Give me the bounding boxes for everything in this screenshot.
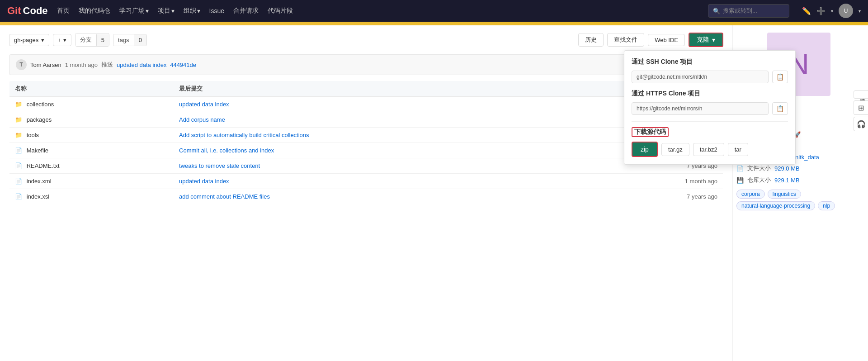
file-icon: 📁 [15, 116, 22, 123]
logo-git-text: Git [7, 5, 21, 17]
headphone-button[interactable]: 🎧 [854, 117, 868, 131]
qr-code-button[interactable]: ⊞ [854, 100, 868, 115]
repo-icon: 💾 [736, 177, 744, 184]
file-name-link[interactable]: index.xml [27, 178, 52, 185]
edit-icon[interactable]: ✏️ [802, 7, 811, 15]
tags-row: corporalinguisticsnatural-language-proce… [736, 190, 861, 210]
repo-size-label: 仓库大小 [747, 176, 771, 184]
commit-link[interactable]: Add script to automatically build critic… [179, 132, 309, 138]
main-layout: gh-pages ▾ + ▾ 分支 5 tags 0 历史 查找文件 Web I… [0, 25, 868, 361]
ssh-copy-button[interactable]: 📋 [772, 71, 788, 83]
download-tar-bz2-button[interactable]: tar.bz2 [693, 143, 724, 156]
logo-code-text: Code [23, 5, 48, 17]
plus-icon[interactable]: ➕ [816, 7, 826, 15]
nav-merge[interactable]: 合并请求 [233, 7, 259, 15]
file-icon: 📄 [736, 165, 744, 172]
table-row: 📁 collections updated data index [9, 97, 723, 112]
tags-label: tags [113, 34, 134, 46]
download-zip-button[interactable]: zip [632, 142, 658, 157]
user-avatar[interactable]: U [839, 4, 853, 18]
table-row: 📄 index.xml updated data index 1 month a… [9, 174, 723, 189]
tags-count-badge[interactable]: tags 0 [113, 34, 147, 46]
file-name-link[interactable]: index.xsl [27, 193, 50, 200]
file-icon: 📄 [15, 162, 22, 169]
web-ide-button[interactable]: Web IDE [648, 34, 685, 46]
file-icon: 📁 [15, 101, 22, 108]
site-logo[interactable]: GitCode [7, 5, 48, 17]
table-row: 📄 Makefile Commit all, i.e. collections … [9, 143, 723, 158]
find-file-button[interactable]: 查找文件 [607, 33, 644, 47]
file-name-link[interactable]: tools [27, 132, 39, 138]
nav-snippet[interactable]: 代码片段 [268, 7, 293, 15]
branch-name: gh-pages [14, 37, 38, 43]
https-clone-title: 通过 HTTPS Clone 项目 [632, 90, 788, 98]
nav-issue[interactable]: Issue [209, 7, 224, 14]
file-icon: 📄 [15, 178, 22, 185]
col-name: 名称 [9, 81, 174, 97]
avatar-dropdown-icon[interactable]: ▾ [859, 9, 861, 14]
plus-arrow-icon[interactable]: ▾ [831, 9, 833, 14]
repo-size-value: 929.1 MB [774, 177, 800, 184]
table-row: 📁 tools Add script to automatically buil… [9, 128, 723, 143]
nav-myrepo[interactable]: 我的代码仓 [79, 7, 110, 15]
download-title-text: 下载源代码 [632, 127, 669, 137]
file-name-link[interactable]: packages [27, 116, 52, 123]
tag-badge[interactable]: nlp [818, 201, 835, 210]
tags-count: 0 [134, 34, 146, 46]
add-icon: + [58, 37, 61, 43]
branch-count-badge[interactable]: 分支 5 [75, 33, 109, 47]
branch-count: 5 [96, 34, 109, 46]
left-content: gh-pages ▾ + ▾ 分支 5 tags 0 历史 查找文件 Web I… [0, 25, 732, 361]
yellow-banner [0, 22, 868, 25]
table-row: 📁 packages Add corpus name [9, 112, 723, 128]
commit-time: 1 month ago [65, 62, 98, 68]
nav-home[interactable]: 首页 [57, 7, 70, 15]
nav-learning[interactable]: 学习广场 ▾ [119, 7, 149, 15]
tag-badge[interactable]: linguistics [768, 190, 801, 199]
branch-dropdown-icon: ▾ [41, 37, 44, 43]
commit-link[interactable]: tweaks to remove stale content [179, 162, 260, 169]
tag-badge[interactable]: natural-language-processing [736, 201, 815, 210]
add-dropdown-icon: ▾ [63, 37, 66, 43]
clone-button[interactable]: 克隆 ▾ [689, 33, 723, 47]
file-name-link[interactable]: collections [27, 101, 54, 108]
clone-label: 克隆 [697, 36, 709, 44]
commit-message-link[interactable]: updated data index 444941de [117, 62, 196, 68]
https-url-input[interactable]: https://gitcode.net/mirrors/n [632, 102, 769, 115]
history-button[interactable]: 历史 [578, 33, 604, 47]
tag-badge[interactable]: corpora [736, 190, 765, 199]
add-button[interactable]: + ▾ [53, 34, 71, 46]
time-cell: 7 years ago [590, 189, 723, 204]
download-tar-button[interactable]: tar [728, 143, 748, 156]
branch-selector[interactable]: gh-pages ▾ [9, 34, 49, 46]
file-size-value: 929.0 MB [774, 165, 800, 172]
commit-link[interactable]: add comment about README files [179, 193, 270, 200]
commit-author: Tom Aarsen [30, 62, 61, 68]
commit-link[interactable]: Commit all, i.e. collections and index [179, 147, 274, 154]
ssh-input-row: git@gitcode.net:mirrors/nltk/n 📋 [632, 71, 788, 83]
file-name-link[interactable]: Makefile [27, 147, 48, 154]
nav-org[interactable]: 组织 ▾ [184, 7, 200, 15]
repo-size-row: 💾 仓库大小 929.1 MB [736, 176, 861, 184]
download-tar-gz-button[interactable]: tar.gz [661, 143, 689, 156]
commit-avatar: T [16, 59, 27, 70]
search-box[interactable]: 🔍 搜索或转到... [708, 4, 789, 18]
file-table: 名称 最后提交 📁 collections updated data index… [9, 81, 723, 204]
table-row: 📄 index.xsl add comment about README fil… [9, 189, 723, 204]
commit-link[interactable]: Add corpus name [179, 116, 225, 123]
nav-project[interactable]: 项目 ▾ [158, 7, 175, 15]
https-copy-button[interactable]: 📋 [772, 102, 788, 115]
feedback-button[interactable]: 反馈建议 [854, 90, 868, 99]
file-icon: 📄 [15, 193, 22, 200]
ssh-clone-title: 通过 SSH Clone 项目 [632, 58, 788, 66]
commit-info-row: T Tom Aarsen 1 month ago 推送 updated data… [9, 54, 723, 75]
ssh-url-input[interactable]: git@gitcode.net:mirrors/nltk/n [632, 71, 769, 83]
clone-dropdown-icon: ▾ [712, 36, 715, 43]
commit-link[interactable]: updated data index [179, 178, 229, 185]
clone-dropdown-panel: 通过 SSH Clone 项目 git@gitcode.net:mirrors/… [624, 50, 796, 165]
nav-right-icons: ✏️ ➕ ▾ U ▾ [802, 4, 861, 18]
toolbar-row: gh-pages ▾ + ▾ 分支 5 tags 0 历史 查找文件 Web I… [9, 33, 723, 47]
commit-link[interactable]: updated data index [179, 101, 229, 108]
file-name-link[interactable]: README.txt [27, 162, 60, 169]
file-icon: 📁 [15, 132, 22, 138]
